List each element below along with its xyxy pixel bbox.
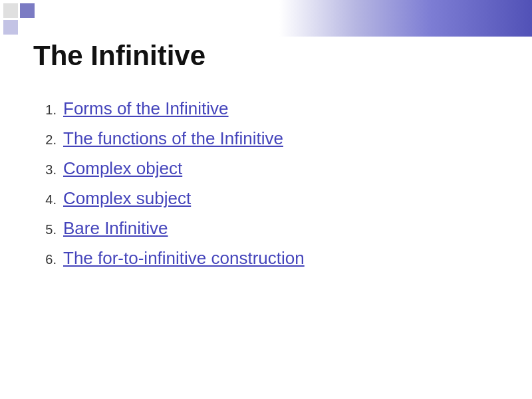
- nav-link-6[interactable]: The for-to-infinitive construction: [63, 248, 305, 269]
- nav-link-5[interactable]: Bare Infinitive: [63, 218, 168, 239]
- list-item: Complex subject: [33, 188, 499, 209]
- list-item: The for-to-infinitive construction: [33, 248, 499, 269]
- nav-link-3[interactable]: Complex object: [63, 158, 182, 179]
- top-right-decoration: [279, 0, 532, 37]
- list-item: Bare Infinitive: [33, 218, 499, 239]
- list-item: Forms of the Infinitive: [33, 98, 499, 119]
- navigation-list: Forms of the InfinitiveThe functions of …: [33, 98, 499, 269]
- nav-link-4[interactable]: Complex subject: [63, 188, 191, 209]
- nav-link-1[interactable]: Forms of the Infinitive: [63, 98, 229, 119]
- list-item: Complex object: [33, 158, 499, 179]
- nav-link-2[interactable]: The functions of the Infinitive: [63, 128, 283, 149]
- list-item: The functions of the Infinitive: [33, 128, 499, 149]
- page-title: The Infinitive: [33, 40, 499, 72]
- main-content: The Infinitive Forms of the InfinitiveTh…: [33, 40, 499, 278]
- corner-decoration: [0, 0, 40, 40]
